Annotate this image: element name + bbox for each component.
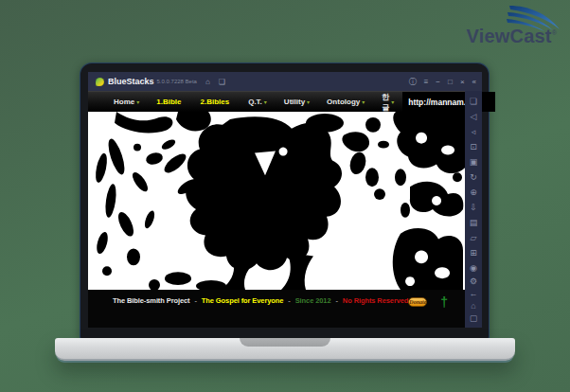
- menu-item-qt[interactable]: Q.T. ▾: [240, 98, 276, 106]
- caret-down-icon: ▾: [391, 98, 394, 105]
- minimize-button[interactable]: −: [436, 78, 440, 86]
- site-menubar: Home ▾ 1.Bible 2.Bibles: [88, 91, 465, 112]
- browser-viewport: Home ▾ 1.Bible 2.Bibles: [88, 91, 465, 328]
- menu-item-ontology[interactable]: Ontology ▾: [318, 98, 373, 106]
- fullscreen-icon[interactable]: ❏: [465, 94, 482, 109]
- menu-button[interactable]: ≡: [424, 78, 429, 86]
- menu-label: Home: [114, 98, 134, 106]
- footer-separator: -: [288, 296, 290, 305]
- cross-icon: †: [440, 296, 448, 308]
- caret-down-icon: ▾: [136, 98, 139, 105]
- footer-separator: -: [335, 296, 337, 305]
- menu-label: 2.Bibles: [200, 98, 229, 106]
- menu-label: Q.T.: [248, 98, 262, 106]
- footer-rights: No Rights Reserved: [343, 296, 408, 305]
- media-manager-icon[interactable]: ▤: [465, 215, 482, 230]
- app-title: BlueStacks: [108, 77, 154, 86]
- back-icon[interactable]: ←: [465, 288, 482, 300]
- home-icon[interactable]: ⌂: [465, 300, 482, 312]
- footer-separator: -: [194, 296, 196, 305]
- shake-icon[interactable]: ⊕: [465, 185, 482, 200]
- laptop-notch: [240, 338, 330, 347]
- laptop-base: [55, 338, 515, 361]
- viewcast-wordmark: ViewCast®: [466, 26, 557, 47]
- multi-instance-icon[interactable]: ⊞: [465, 245, 482, 260]
- menu-label: 한글: [382, 92, 389, 113]
- bluestacks-toolbar: ❏ ◁ ◃ ⊡ ▣ ↻ ⊕ ⇩ ▤ ▱ ⊞ ◉ ⚙ ←: [465, 91, 482, 328]
- install-apk-icon[interactable]: ⇩: [465, 200, 482, 215]
- settings-gear-icon[interactable]: ⚙: [465, 276, 482, 288]
- menu-item-utility[interactable]: Utility ▾: [276, 98, 318, 106]
- menu-item-1bible[interactable]: 1.Bible: [148, 98, 191, 106]
- app-version: 5.0.0.7228 Beta: [157, 79, 197, 84]
- footer-project: The Bible-smith Project: [113, 296, 189, 305]
- menu-item-2bibles[interactable]: 2.Bibles: [191, 98, 240, 106]
- registered-mark: ®: [552, 29, 557, 36]
- screen-record-icon[interactable]: ◉: [465, 260, 482, 276]
- bluestacks-logo-icon: [96, 78, 104, 86]
- menu-label: 1.Bible: [156, 98, 181, 106]
- bluestacks-window: BlueStacks 5.0.0.7228 Beta ⌂ ❏ ⓘ ≡ − □ ×…: [88, 72, 482, 328]
- volume-down-icon[interactable]: ◃: [465, 124, 482, 139]
- recent-apps-icon[interactable]: ▢: [465, 312, 482, 325]
- page-background: ViewCast® BlueStacks 5.0.0.7228 Beta ⌂ ❏…: [0, 0, 570, 392]
- page-content-image: [88, 112, 465, 290]
- titlebar-home-button[interactable]: ⌂: [205, 78, 210, 86]
- caret-down-icon: ▾: [307, 98, 310, 105]
- menu-item-home[interactable]: Home ▾: [105, 98, 148, 106]
- folder-icon[interactable]: ▱: [465, 230, 482, 245]
- maximize-button[interactable]: □: [448, 78, 453, 86]
- menu-item-korean[interactable]: 한글 ▾: [373, 92, 402, 113]
- laptop-mockup: BlueStacks 5.0.0.7228 Beta ⌂ ❏ ⓘ ≡ − □ ×…: [55, 62, 515, 362]
- rotate-icon[interactable]: ↻: [465, 169, 482, 185]
- bluestacks-titlebar: BlueStacks 5.0.0.7228 Beta ⌂ ❏ ⓘ ≡ − □ ×…: [88, 72, 482, 91]
- site-nav: Home ▾ 1.Bible 2.Bibles: [88, 92, 402, 112]
- menu-label: Ontology: [327, 98, 360, 106]
- screenshot-icon[interactable]: ⊡: [465, 139, 482, 154]
- inkblot-art: [88, 112, 465, 290]
- volume-up-icon[interactable]: ◁: [465, 109, 482, 124]
- info-button[interactable]: ⓘ: [409, 77, 417, 87]
- viewcast-logo: ViewCast®: [449, 4, 562, 49]
- close-button[interactable]: ×: [460, 78, 465, 86]
- menu-label: Utility: [284, 98, 305, 106]
- titlebar-multiwindow-button[interactable]: ❏: [219, 78, 225, 86]
- camera-icon[interactable]: ▣: [465, 154, 482, 169]
- caret-down-icon: ▾: [264, 98, 267, 105]
- laptop-screen: BlueStacks 5.0.0.7228 Beta ⌂ ❏ ⓘ ≡ − □ ×…: [80, 62, 490, 339]
- footer-text: The Bible-smith Project - The Gospel for…: [113, 296, 408, 305]
- collapse-sidebar-button[interactable]: «: [472, 78, 476, 86]
- donate-button[interactable]: Donate: [408, 297, 427, 307]
- footer-since: Since 2012: [295, 296, 331, 305]
- viewcast-name: ViewCast: [466, 26, 551, 46]
- page-footer: The Bible-smith Project - The Gospel for…: [88, 290, 465, 328]
- caret-down-icon: ▾: [362, 98, 365, 105]
- footer-tagline: The Gospel for Everyone: [202, 296, 283, 305]
